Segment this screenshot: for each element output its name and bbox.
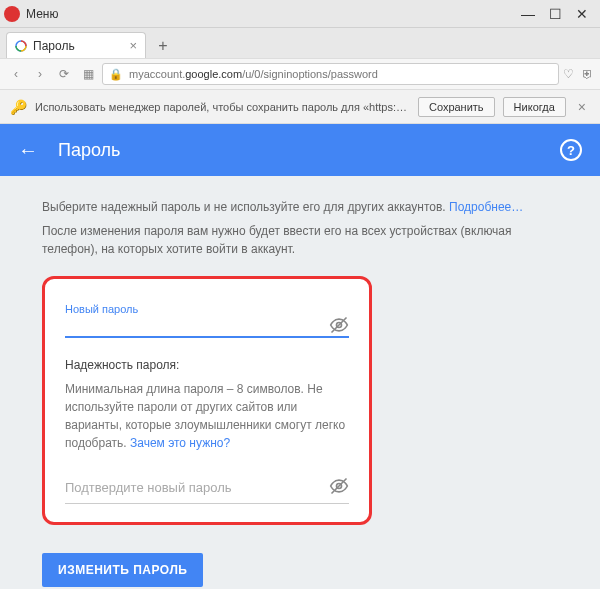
toggle-visibility-icon[interactable]	[329, 476, 349, 501]
lock-icon: 🔒	[109, 68, 123, 81]
google-favicon	[15, 40, 27, 52]
opera-icon	[4, 6, 20, 22]
minimize-button[interactable]: —	[521, 6, 535, 22]
strength-title: Надежность пароля:	[65, 356, 349, 374]
page-title: Пароль	[58, 140, 540, 161]
back-button[interactable]: ‹	[6, 64, 26, 84]
never-save-button[interactable]: Никогда	[503, 97, 566, 117]
change-password-button[interactable]: ИЗМЕНИТЬ ПАРОЛЬ	[42, 553, 203, 587]
header-back-arrow-icon[interactable]: ←	[18, 139, 38, 162]
toggle-visibility-icon[interactable]	[329, 315, 349, 340]
tab-password[interactable]: Пароль ×	[6, 32, 146, 58]
page-content: ← Пароль ? Выберите надежный пароль и не…	[0, 124, 600, 589]
confirm-password-field[interactable]: Подтвердите новый пароль	[65, 476, 349, 504]
pwmgr-message: Использовать менеджер паролей, чтобы сох…	[35, 101, 410, 113]
tab-close-icon[interactable]: ×	[129, 38, 137, 53]
help-icon[interactable]: ?	[560, 139, 582, 161]
password-form-highlight: Новый пароль Надежность пароля: Минималь…	[42, 276, 372, 525]
new-tab-button[interactable]: +	[150, 34, 176, 58]
confirm-placeholder: Подтвердите новый пароль	[65, 478, 232, 498]
pwmgr-close-icon[interactable]: ×	[574, 99, 590, 115]
new-password-field[interactable]: Новый пароль	[65, 301, 349, 338]
forward-button[interactable]: ›	[30, 64, 50, 84]
url-text: myaccount.google.com/u/0/signinoptions/p…	[129, 68, 378, 80]
intro-text-1: Выберите надежный пароль и не используйт…	[42, 198, 558, 216]
address-bar: ‹ › ⟳ ▦ 🔒 myaccount.google.com/u/0/signi…	[0, 58, 600, 90]
menu-button[interactable]: Меню	[26, 7, 58, 21]
save-password-button[interactable]: Сохранить	[418, 97, 495, 117]
tab-title: Пароль	[33, 39, 75, 53]
why-needed-link[interactable]: Зачем это нужно?	[130, 436, 230, 450]
bookmark-icon[interactable]: ♡	[563, 67, 574, 81]
new-password-label: Новый пароль	[65, 301, 349, 318]
speed-dial-icon[interactable]: ▦	[78, 64, 98, 84]
maximize-button[interactable]: ☐	[549, 6, 562, 22]
close-window-button[interactable]: ✕	[576, 6, 588, 22]
tab-strip: Пароль × +	[0, 28, 600, 58]
reload-button[interactable]: ⟳	[54, 64, 74, 84]
key-icon: 🔑	[10, 99, 27, 115]
url-input[interactable]: 🔒 myaccount.google.com/u/0/signinoptions…	[102, 63, 559, 85]
intro-text-2: После изменения пароля вам нужно будет в…	[42, 222, 558, 258]
learn-more-link[interactable]: Подробнее…	[449, 200, 523, 214]
page-header: ← Пароль ?	[0, 124, 600, 176]
password-manager-bar: 🔑 Использовать менеджер паролей, чтобы с…	[0, 90, 600, 124]
strength-text: Минимальная длина пароля – 8 символов. Н…	[65, 380, 349, 452]
window-titlebar: Меню — ☐ ✕	[0, 0, 600, 28]
shield-icon[interactable]: ⛨	[582, 67, 594, 81]
